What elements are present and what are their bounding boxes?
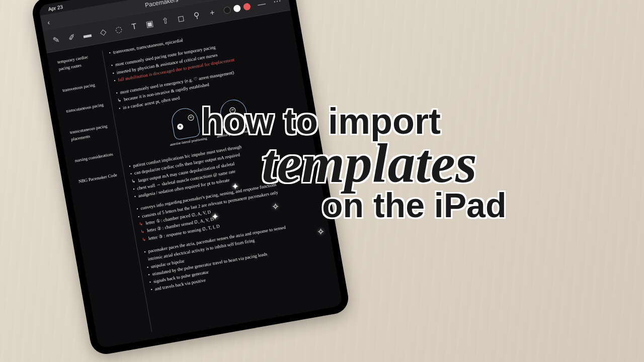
ipad-screen: Apr 23 47% ‹ Pacemakers ⌄ ✎ ✐ ▬ ◇ ◌ T ▣ …	[38, 0, 343, 348]
sidebar-heading: transcutaneous pacing	[65, 101, 108, 115]
more-icon[interactable]: ⋯	[272, 0, 283, 7]
torso-diagram-al: + −	[170, 106, 201, 140]
search-icon[interactable]: ⚲	[192, 10, 202, 21]
bookmark-icon[interactable]: ◻	[176, 13, 186, 24]
sidebar-heading: transcutaneous pacing placements	[69, 122, 113, 143]
text-tool-icon[interactable]: T	[129, 21, 139, 32]
sidebar-heading: temporary cardiac pacing routes	[57, 51, 101, 73]
color-palette	[223, 3, 251, 14]
highlighter-tool-icon[interactable]: ▬	[82, 29, 93, 40]
overlay-line-3: on the iPad	[322, 186, 629, 225]
color-swatch-red[interactable]	[243, 3, 251, 11]
note-canvas[interactable]: temporary cardiac pacing routes transven…	[47, 10, 343, 348]
color-swatch-black[interactable]	[223, 6, 231, 14]
lasso-tool-icon[interactable]: ◌	[113, 24, 124, 35]
status-time: Apr 23	[48, 4, 63, 12]
add-icon[interactable]: +	[207, 7, 218, 19]
sidebar-heading: transvenous pacing	[62, 79, 104, 94]
sidebar-heading: nursing considerations	[74, 150, 117, 164]
ipad-device: Apr 23 47% ‹ Pacemakers ⌄ ✎ ✐ ▬ ◇ ◌ T ▣ …	[30, 0, 351, 356]
minimize-icon[interactable]: —	[257, 0, 267, 10]
document-title[interactable]: Pacemakers	[144, 0, 179, 9]
pen-tool-icon[interactable]: ✎	[51, 34, 61, 46]
torso-diagram-ap: − +	[218, 98, 250, 132]
sidebar-heading: NBG Pacemaker Code	[78, 171, 120, 186]
eraser-tool-icon[interactable]: ◇	[98, 26, 108, 38]
pencil-tool-icon[interactable]: ✐	[66, 32, 77, 43]
camera-tool-icon[interactable]: ▣	[144, 18, 155, 30]
back-chevron-icon[interactable]: ‹	[47, 18, 50, 27]
color-swatch-white[interactable]	[233, 4, 241, 12]
share-icon[interactable]: ⇧	[160, 15, 171, 27]
